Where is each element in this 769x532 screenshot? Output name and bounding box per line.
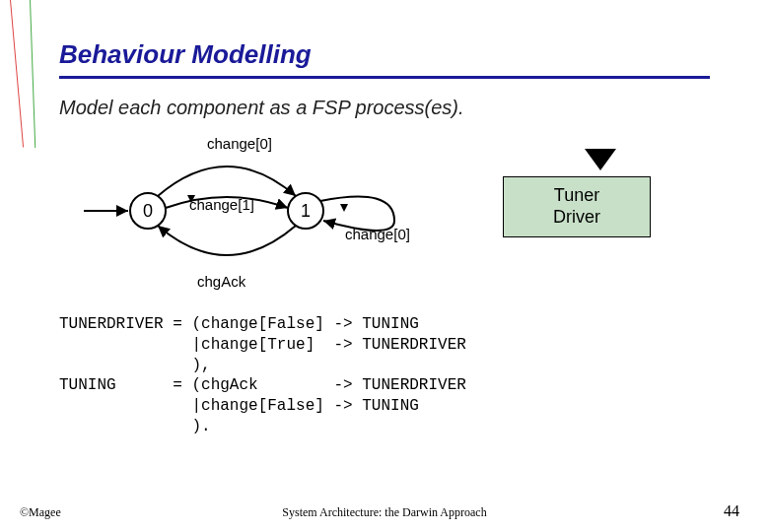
page-number: 44: [724, 502, 739, 520]
label-chgack: chgAck: [197, 273, 245, 290]
label-change0-top: change[0]: [207, 135, 272, 152]
footer-copyright: ©Magee: [20, 505, 61, 520]
label-change1: change[1]: [189, 196, 254, 213]
label-change0-right: change[0]: [345, 226, 410, 242]
state-diagram: 0 1 change[0] change[1] change[0] chgAck…: [59, 127, 710, 304]
down-triangle-icon: [585, 149, 616, 170]
state-0-label: 0: [143, 201, 153, 221]
fsp-code: TUNERDRIVER = (change[False] -> TUNING |…: [59, 314, 710, 437]
svg-marker-4: [340, 204, 348, 212]
title-underline: [59, 76, 710, 79]
footer-caption: System Architecture: the Darwin Approach: [282, 505, 486, 520]
state-1-label: 1: [301, 201, 311, 221]
slide-content: Behaviour Modelling Model each component…: [0, 0, 769, 532]
page-title: Behaviour Modelling: [59, 39, 710, 70]
subtitle: Model each component as a FSP process(es…: [59, 97, 710, 119]
diagram-svg: 0 1: [79, 127, 414, 304]
tuner-driver-box: Tuner Driver: [503, 176, 651, 237]
tuner-line1: Tuner: [554, 185, 599, 205]
tuner-line2: Driver: [553, 207, 600, 227]
